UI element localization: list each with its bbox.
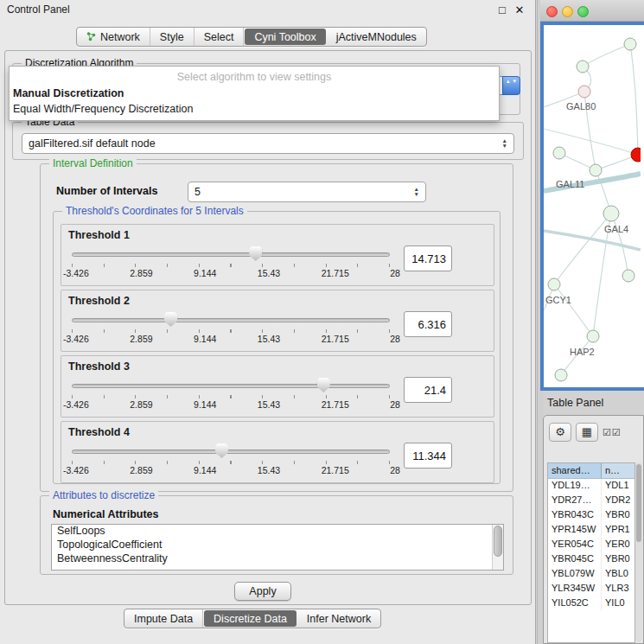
threshold-label: Threshold 1 bbox=[68, 229, 130, 241]
scrollbar-thumb[interactable] bbox=[636, 464, 641, 542]
network-view[interactable]: GAL80 GAL11 GAL4 GCY1 HAP2 bbox=[540, 22, 644, 391]
screen: Control Panel □ ✕ Network Style Select C… bbox=[0, 0, 644, 644]
scale-label: -3.426 bbox=[63, 334, 89, 344]
list-item[interactable]: BetweennessCentrality bbox=[52, 552, 503, 566]
threshold-slider[interactable] bbox=[72, 312, 390, 328]
scale-label: 28 bbox=[390, 268, 400, 278]
scale-label: 15.43 bbox=[258, 465, 280, 475]
network-node-gcy1[interactable] bbox=[548, 278, 560, 290]
combo-arrows-icon: ▲ ▼ bbox=[502, 138, 507, 149]
threshold-label: Threshold 3 bbox=[68, 360, 130, 373]
node-label: GAL4 bbox=[604, 224, 628, 234]
table-scrollbar[interactable] bbox=[635, 462, 642, 642]
algorithm-option-manual[interactable]: Manual Discretization bbox=[10, 86, 499, 101]
slider-thumb[interactable] bbox=[215, 443, 228, 458]
slider-track[interactable] bbox=[72, 384, 390, 388]
tab-network[interactable]: Network bbox=[77, 28, 150, 46]
gear-icon[interactable]: ⚙ bbox=[549, 423, 571, 442]
scale-label: 21.715 bbox=[322, 268, 349, 278]
network-node-gal80[interactable] bbox=[578, 86, 590, 98]
cyni-toolbox-panel: Discretization Algorithm Table Data galF… bbox=[4, 50, 532, 605]
network-node-gal4[interactable] bbox=[603, 206, 619, 221]
tab-style[interactable]: Style bbox=[150, 28, 194, 46]
threshold-slider[interactable] bbox=[72, 378, 390, 393]
table-row[interactable]: YDL19…YDL1 bbox=[548, 479, 634, 494]
table-data-combobox[interactable]: galFiltered.sif default node ▲ ▼ bbox=[22, 133, 514, 154]
network-node[interactable] bbox=[553, 147, 565, 159]
slider-scale: -3.426 2.859 9.144 15.43 21.715 28 bbox=[63, 399, 400, 410]
scale-label: 21.715 bbox=[322, 334, 349, 344]
window-zoom-button[interactable] bbox=[577, 6, 589, 17]
window-minimize-button[interactable] bbox=[562, 6, 573, 17]
interval-definition-group: Interval Definition Number of Intervals … bbox=[40, 163, 513, 492]
network-node[interactable] bbox=[622, 270, 634, 282]
window-close-button[interactable] bbox=[546, 6, 558, 17]
network-node-hap2[interactable] bbox=[587, 330, 599, 342]
threshold-value-field[interactable] bbox=[404, 377, 452, 403]
table-row[interactable]: YDR27…YDR2 bbox=[548, 494, 634, 508]
threshold-value-field[interactable] bbox=[404, 245, 452, 271]
network-node[interactable] bbox=[555, 369, 567, 381]
app-window-titlebar bbox=[540, 0, 644, 22]
network-node[interactable] bbox=[590, 164, 602, 176]
column-header-name[interactable]: n… bbox=[602, 463, 634, 478]
scale-label: -3.426 bbox=[63, 465, 89, 475]
tab-label: Select bbox=[204, 31, 234, 43]
scale-label: 28 bbox=[390, 334, 400, 344]
combo-arrows-icon: ▲ ▼ bbox=[502, 76, 520, 95]
tab-discretize-data[interactable]: Discretize Data bbox=[204, 610, 296, 627]
slider-scale: -3.426 2.859 9.144 15.43 21.715 28 bbox=[63, 268, 400, 278]
number-of-intervals-label: Number of Intervals bbox=[56, 185, 157, 197]
selected-node-red[interactable] bbox=[631, 148, 641, 162]
network-nodes bbox=[548, 38, 636, 381]
number-of-intervals-combobox[interactable]: 5 ▲ ▼ bbox=[188, 182, 426, 202]
slider-track[interactable] bbox=[72, 318, 390, 322]
control-panel-title: Control Panel bbox=[7, 3, 494, 16]
table-row[interactable]: YBR043CYBR0 bbox=[548, 508, 634, 523]
tab-cyni-toolbox[interactable]: Cyni Toolbox bbox=[245, 29, 325, 45]
tab-jactivemnodules[interactable]: jActiveMNodules bbox=[327, 28, 426, 46]
numerical-attributes-label: Numerical Attributes bbox=[53, 508, 158, 520]
close-icon[interactable]: ✕ bbox=[511, 3, 528, 16]
algorithm-dropdown-popup: Select algorithm to view settings Manual… bbox=[9, 66, 500, 121]
slider-thumb[interactable] bbox=[164, 312, 177, 327]
scale-label: 9.144 bbox=[194, 399, 216, 410]
threshold-value-field[interactable] bbox=[404, 443, 452, 469]
threshold-slider[interactable] bbox=[72, 246, 390, 262]
network-icon bbox=[86, 32, 96, 41]
threshold-panel-1: Threshold 1 -3.426 2.859 9.144 15.43 21.… bbox=[61, 224, 494, 286]
network-node[interactable] bbox=[624, 38, 636, 50]
cyni-mode-tabs: Impute Data Discretize Data Infer Networ… bbox=[124, 609, 381, 628]
table-row[interactable]: YBR045CYBR0 bbox=[548, 552, 634, 567]
threshold-value-field[interactable] bbox=[404, 311, 452, 337]
scale-label: -3.426 bbox=[63, 268, 89, 278]
slider-scale: -3.426 2.859 9.144 15.43 21.715 28 bbox=[63, 334, 400, 344]
apply-button[interactable]: Apply bbox=[234, 582, 291, 601]
slider-track[interactable] bbox=[72, 450, 390, 454]
table-row[interactable]: YER054CYER0 bbox=[548, 538, 634, 552]
table-row[interactable]: YBL079WYBL0 bbox=[548, 567, 634, 582]
scale-label: 9.144 bbox=[194, 268, 216, 278]
columns-icon[interactable]: ▦ bbox=[576, 423, 598, 442]
tab-select[interactable]: Select bbox=[194, 28, 245, 46]
slider-thumb[interactable] bbox=[317, 378, 330, 392]
slider-track[interactable] bbox=[72, 252, 390, 257]
scrollbar-thumb[interactable] bbox=[494, 526, 502, 557]
network-graph[interactable]: GAL80 GAL11 GAL4 GCY1 HAP2 bbox=[544, 25, 641, 387]
float-window-icon[interactable]: □ bbox=[494, 3, 511, 16]
table-row[interactable]: YLR345WYLR3 bbox=[548, 582, 634, 596]
attributes-group-title: Attributes to discretize bbox=[49, 489, 158, 501]
threshold-slider[interactable] bbox=[72, 443, 390, 459]
column-header-shared-name[interactable]: shared… bbox=[548, 463, 602, 478]
list-item[interactable]: TopologicalCoefficient bbox=[52, 539, 503, 552]
list-item[interactable]: SelfLoops bbox=[52, 525, 503, 539]
table-row[interactable]: YIL052CYIL0 bbox=[548, 596, 634, 611]
tab-impute-data[interactable]: Impute Data bbox=[124, 609, 203, 628]
list-scrollbar[interactable] bbox=[492, 525, 503, 570]
algorithm-option-equal-width[interactable]: Equal Width/Frequency Discretization bbox=[10, 101, 499, 117]
tab-infer-network[interactable]: Infer Network bbox=[297, 609, 380, 628]
table-row[interactable]: YPR145WYPR1 bbox=[548, 523, 634, 538]
select-columns-icons[interactable]: ☑☑ bbox=[603, 427, 622, 438]
slider-thumb[interactable] bbox=[249, 246, 262, 261]
network-node[interactable] bbox=[577, 61, 589, 73]
